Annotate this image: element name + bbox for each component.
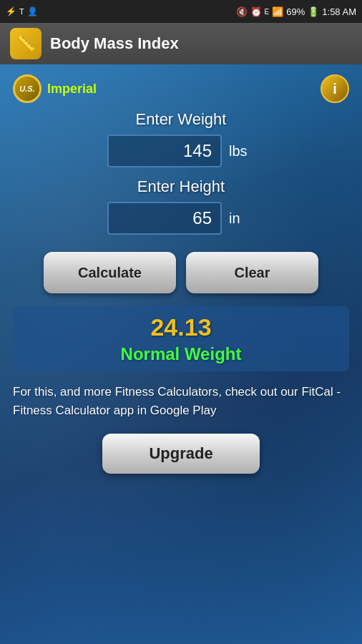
top-row: U.S. Imperial i [13,74,349,103]
weight-input-row: lbs [13,135,349,167]
calculate-button[interactable]: Calculate [44,252,176,293]
app-icon: 👤 [27,6,38,16]
main-content: U.S. Imperial i Enter Weight lbs Enter H… [0,64,362,644]
mute-icon: 🔇 [236,6,248,17]
battery-level: 69% [286,6,305,17]
clear-button[interactable]: Clear [186,252,318,293]
data-icon: E [265,8,270,16]
status-left: ⚡ T 👤 [6,6,38,16]
bmi-value: 24.13 [24,313,338,341]
weight-input[interactable] [107,135,222,167]
height-input-row: in [13,202,349,235]
signal-icon: 📶 [272,6,283,17]
us-circle: U.S. [13,74,41,103]
result-box: 24.13 Normal Weight [13,306,349,371]
weight-unit: lbs [229,143,255,160]
upgrade-button[interactable]: Upgrade [102,434,260,474]
info-button[interactable]: i [321,74,349,103]
logo-emoji: 📏 [16,34,36,53]
status-bar: ⚡ T 👤 🔇 ⏰ E 📶 69% 🔋 1:58 AM [0,0,362,23]
usb-icon: ⚡ [6,6,16,16]
us-badge: U.S. Imperial [13,74,97,103]
battery-icon: 🔋 [308,6,319,17]
unit-label: Imperial [47,82,97,97]
upgrade-button-wrap: Upgrade [13,434,349,474]
height-input[interactable] [107,202,222,235]
us-label: U.S. [19,84,34,93]
app-logo: 📏 [10,28,41,59]
buttons-row: Calculate Clear [13,252,349,293]
time: 1:58 AM [322,6,356,17]
alarm-icon: ⏰ [250,6,262,17]
app-title: Body Mass Index [50,34,179,53]
height-label: Enter Height [13,177,349,196]
status-right: 🔇 ⏰ E 📶 69% 🔋 1:58 AM [236,6,356,17]
promo-text: For this, and more Fitness Calculators, … [13,383,349,419]
bmi-category: Normal Weight [24,344,338,364]
info-icon: i [333,81,337,97]
carrier-icon: T [19,7,24,16]
height-unit: in [229,210,255,227]
title-bar: 📏 Body Mass Index [0,23,362,64]
weight-label: Enter Weight [13,110,349,129]
